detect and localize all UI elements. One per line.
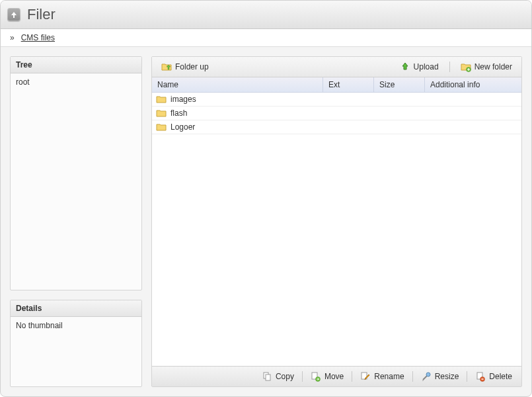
col-size[interactable]: Size	[374, 77, 425, 92]
new-folder-label: New folder	[475, 62, 512, 71]
folder-up-label: Folder up	[175, 62, 209, 71]
new-folder-button[interactable]: New folder	[457, 60, 516, 74]
toolbar-top: Folder up Upload New folder	[152, 57, 521, 77]
titlebar-up-button[interactable]	[7, 8, 20, 21]
copy-icon	[262, 371, 272, 382]
titlebar: Filer	[1, 1, 531, 29]
breadcrumb-sep: »	[10, 33, 15, 42]
delete-icon	[475, 371, 486, 382]
col-info[interactable]: Additional info	[425, 77, 521, 92]
upload-button[interactable]: Upload	[396, 60, 443, 74]
resize-icon	[421, 371, 432, 382]
table-row[interactable]: images	[152, 93, 521, 107]
col-ext[interactable]: Ext	[323, 77, 374, 92]
tree-header: Tree	[11, 57, 141, 73]
folder-icon	[156, 94, 167, 105]
row-name: Logoer	[171, 122, 195, 132]
separator	[412, 371, 413, 382]
tree-panel: Tree root	[10, 56, 142, 290]
table-row[interactable]: flash	[152, 107, 521, 120]
copy-label: Copy	[276, 372, 294, 381]
upload-icon	[400, 62, 410, 72]
file-list: images flash	[152, 93, 521, 366]
tree-body: root	[11, 73, 141, 290]
move-button[interactable]: Move	[307, 369, 348, 384]
resize-button[interactable]: Resize	[417, 369, 463, 384]
breadcrumb-link[interactable]: CMS files	[21, 33, 55, 42]
rename-button[interactable]: Rename	[356, 369, 408, 384]
table-header: Name Ext Size Additional info	[152, 77, 521, 93]
rename-label: Rename	[374, 372, 404, 381]
main-panel: Folder up Upload New folder	[151, 56, 522, 387]
move-icon	[311, 371, 321, 382]
app-title: Filer	[27, 6, 56, 23]
left-column: Tree root Details No thumbnail	[10, 56, 142, 387]
move-label: Move	[324, 372, 344, 381]
rename-icon	[360, 371, 371, 382]
copy-button[interactable]: Copy	[258, 369, 298, 384]
details-header: Details	[11, 300, 141, 317]
col-name[interactable]: Name	[152, 77, 323, 92]
table-row[interactable]: Logoer	[152, 120, 521, 134]
toolbar-bottom: Copy Move Rename Resize	[152, 366, 521, 386]
new-folder-icon	[461, 62, 471, 72]
row-name: flash	[171, 109, 187, 118]
delete-button[interactable]: Delete	[471, 369, 516, 384]
tree-root-node[interactable]: root	[16, 77, 136, 87]
folder-up-icon	[161, 62, 172, 72]
svg-rect-2	[266, 375, 270, 380]
content: Tree root Details No thumbnail Folder up	[1, 47, 531, 396]
breadcrumb: » CMS files	[1, 29, 531, 47]
upload-label: Upload	[414, 62, 439, 71]
arrow-up-icon	[9, 9, 19, 20]
row-name: images	[171, 95, 196, 104]
folder-icon	[156, 108, 167, 118]
separator	[302, 371, 303, 382]
details-body: No thumbnail	[11, 317, 141, 386]
separator	[467, 371, 467, 382]
separator	[352, 371, 352, 382]
folder-icon	[156, 122, 167, 132]
svg-point-6	[426, 373, 430, 376]
folder-up-button[interactable]: Folder up	[157, 60, 213, 74]
separator	[449, 62, 450, 72]
details-panel: Details No thumbnail	[10, 300, 142, 387]
resize-label: Resize	[435, 372, 459, 381]
app-window: Filer » CMS files Tree root Details No t…	[0, 0, 532, 397]
delete-label: Delete	[489, 372, 512, 381]
